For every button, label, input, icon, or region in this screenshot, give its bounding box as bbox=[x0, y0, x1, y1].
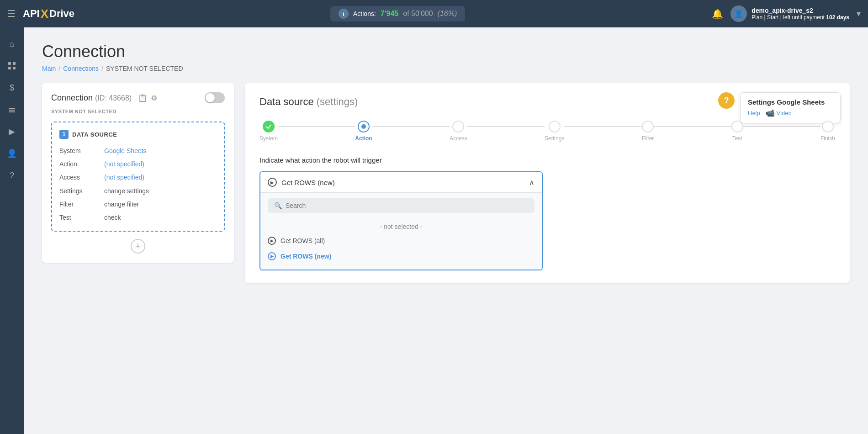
ds-val-filter[interactable]: change filter bbox=[104, 199, 217, 210]
step-label-access: Access bbox=[450, 135, 467, 142]
settings-icon[interactable]: ⚙ bbox=[151, 94, 157, 102]
step-system[interactable]: System bbox=[259, 121, 278, 142]
breadcrumb-main[interactable]: Main bbox=[42, 65, 56, 72]
settings-panel: ? Settings Google Sheets Help 📹 Video bbox=[245, 83, 850, 283]
copy-icon[interactable]: 📋 bbox=[138, 94, 147, 102]
sidebar-item-help[interactable]: ? bbox=[3, 166, 21, 185]
connection-card: Connection (ID: 43668) 📋 ⚙ SYSTEM NOT SE… bbox=[42, 83, 234, 263]
sidebar-item-billing[interactable]: $ bbox=[3, 79, 21, 97]
help-box: Settings Google Sheets Help 📹 Video bbox=[740, 92, 841, 123]
svg-rect-3 bbox=[13, 67, 16, 69]
content-row: Connection (ID: 43668) 📋 ⚙ SYSTEM NOT SE… bbox=[42, 83, 850, 283]
sidebar-item-user[interactable]: 👤 bbox=[3, 144, 21, 163]
sidebar-item-tools[interactable] bbox=[3, 101, 21, 119]
chevron-up-icon: ∧ bbox=[529, 178, 535, 187]
dropdown-option-all[interactable]: ▶ Get ROWS (all) bbox=[260, 233, 542, 249]
ds-key-settings: Settings bbox=[59, 185, 101, 197]
search-icon: 🔍 bbox=[274, 202, 282, 209]
step-test[interactable]: Test bbox=[731, 121, 743, 142]
page-title: Connection bbox=[42, 42, 850, 61]
step-finish[interactable]: Finish bbox=[820, 121, 835, 142]
step-line-3 bbox=[467, 126, 545, 127]
step-line-4 bbox=[564, 126, 641, 127]
dropdown-body: 🔍 - not selected - ▶ Get ROWS (all) ▶ bbox=[260, 192, 542, 270]
dropdown-selected-value: Get ROWS (new) bbox=[281, 179, 335, 186]
breadcrumb-current: SYSTEM NOT SELECTED bbox=[106, 65, 183, 72]
step-action[interactable]: Action bbox=[355, 121, 372, 142]
step-line-6 bbox=[743, 126, 820, 127]
step-label-system: System bbox=[259, 135, 278, 142]
datasource-rows: System Google Sheets Action (not specifi… bbox=[59, 145, 217, 223]
help-button[interactable]: ? bbox=[718, 92, 735, 109]
svg-rect-4 bbox=[9, 108, 15, 109]
topnav-center: i Actions: 7'945 of 50'000 (16%) bbox=[91, 6, 704, 21]
topnav-right: 🔔 👤 demo_apix-drive_s2 Plan | Start | le… bbox=[712, 5, 861, 22]
topnav: ☰ APIXDrive i Actions: 7'945 of 50'000 (… bbox=[0, 0, 868, 27]
help-link[interactable]: Help bbox=[748, 110, 760, 116]
user-area[interactable]: 👤 demo_apix-drive_s2 Plan | Start | left… bbox=[730, 5, 849, 22]
info-icon[interactable]: i bbox=[339, 9, 349, 19]
breadcrumb: Main / Connections / SYSTEM NOT SELECTED bbox=[42, 65, 850, 72]
option-label-new: Get ROWS (new) bbox=[281, 253, 331, 260]
help-video[interactable]: 📹 Video bbox=[766, 109, 792, 117]
sidebar-item-dashboard[interactable] bbox=[3, 57, 21, 75]
card-title: Connection (ID: 43668) bbox=[51, 93, 132, 103]
layout: ⌂ $ ▶ 👤 ? Connection Main / Connect bbox=[0, 27, 868, 434]
datasource-header: 1 DATA SOURCE bbox=[59, 130, 217, 139]
logo-api: API bbox=[23, 8, 40, 20]
ds-val-test[interactable]: check bbox=[104, 212, 217, 223]
svg-rect-5 bbox=[9, 110, 15, 111]
dropdown-options: - not selected - ▶ Get ROWS (all) ▶ Get … bbox=[260, 218, 542, 270]
ds-val-settings[interactable]: change settings bbox=[104, 185, 217, 197]
step-label-settings: Settings bbox=[545, 135, 564, 142]
step-line-5 bbox=[654, 126, 731, 127]
actions-badge: i Actions: 7'945 of 50'000 (16%) bbox=[330, 6, 465, 21]
add-block-button[interactable]: + bbox=[131, 239, 145, 254]
card-icons: 📋 ⚙ bbox=[138, 94, 157, 102]
user-name: demo_apix-drive_s2 bbox=[752, 7, 849, 14]
step-circle-filter bbox=[642, 121, 654, 132]
sidebar-item-play[interactable]: ▶ bbox=[3, 122, 21, 141]
menu-icon[interactable]: ☰ bbox=[7, 8, 16, 19]
step-filter[interactable]: Filter bbox=[642, 121, 654, 142]
step-label-filter: Filter bbox=[642, 135, 654, 142]
actions-count: 7'945 bbox=[381, 10, 398, 18]
svg-rect-0 bbox=[8, 62, 11, 65]
help-box-title: Settings Google Sheets bbox=[748, 98, 833, 106]
step-circle-action bbox=[358, 121, 370, 132]
step-settings[interactable]: Settings bbox=[545, 121, 564, 142]
chevron-down-icon[interactable]: ▾ bbox=[857, 9, 861, 19]
ds-val-system[interactable]: Google Sheets bbox=[104, 145, 217, 157]
steps-bar: System Action Access bbox=[259, 121, 835, 142]
dropdown-header[interactable]: ▶ Get ROWS (new) ∧ bbox=[260, 172, 542, 192]
breadcrumb-connections[interactable]: Connections bbox=[63, 65, 99, 72]
ds-key-filter: Filter bbox=[59, 199, 101, 210]
actions-pct: (16%) bbox=[438, 10, 457, 18]
step-circle-access bbox=[452, 121, 464, 132]
step-label-action: Action bbox=[355, 135, 372, 142]
toggle-switch[interactable] bbox=[205, 92, 225, 103]
search-box: 🔍 bbox=[268, 198, 535, 213]
option-label-all: Get ROWS (all) bbox=[281, 237, 325, 244]
step-access[interactable]: Access bbox=[450, 121, 467, 142]
action-dropdown: ▶ Get ROWS (new) ∧ 🔍 - not selected - bbox=[259, 171, 543, 270]
actions-label: Actions: bbox=[353, 10, 376, 17]
bell-icon[interactable]: 🔔 bbox=[712, 8, 723, 19]
card-id: (ID: 43668) bbox=[95, 94, 132, 102]
user-info: demo_apix-drive_s2 Plan | Start | left u… bbox=[752, 7, 849, 21]
search-input[interactable] bbox=[286, 202, 528, 209]
datasource-label: DATA SOURCE bbox=[72, 131, 117, 138]
step-circle-test bbox=[731, 121, 743, 132]
main-content: Connection Main / Connections / SYSTEM N… bbox=[24, 27, 868, 434]
ds-key-action: Action bbox=[59, 159, 101, 170]
sidebar-item-home[interactable]: ⌂ bbox=[3, 35, 21, 53]
dropdown-not-selected: - not selected - bbox=[260, 220, 542, 233]
video-icon: 📹 bbox=[766, 109, 775, 117]
ds-val-action[interactable]: (not specified) bbox=[104, 159, 217, 170]
toggle-knob bbox=[206, 93, 215, 102]
svg-rect-2 bbox=[8, 67, 11, 69]
ds-val-access[interactable]: (not specified) bbox=[104, 172, 217, 183]
dropdown-option-new[interactable]: ▶ Get ROWS (new) bbox=[260, 249, 542, 264]
ds-key-system: System bbox=[59, 145, 101, 157]
system-not-selected-label: SYSTEM NOT SELECTED bbox=[51, 109, 225, 114]
